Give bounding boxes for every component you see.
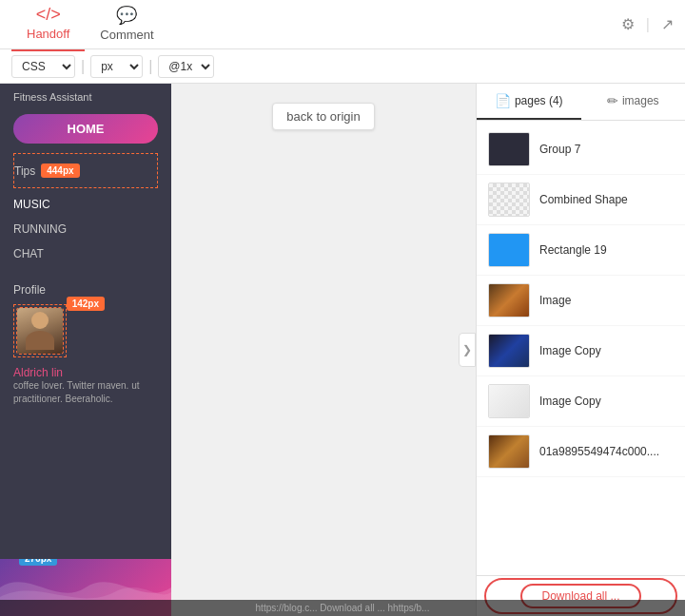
avatar — [16, 307, 64, 355]
page-name: Image Copy — [539, 395, 601, 408]
collapse-button[interactable]: ❯ — [459, 333, 476, 367]
tab-handoff[interactable]: </> Handoff — [11, 0, 85, 51]
zoom-select[interactable]: @1x@2x — [158, 55, 214, 78]
share-button[interactable]: ↗ — [661, 15, 674, 33]
pages-tab-label: pages (4) — [515, 94, 563, 107]
nav-home[interactable]: HOME — [13, 114, 158, 144]
page-thumb — [488, 183, 530, 217]
canvas-title: Fitness Assistant — [13, 91, 158, 103]
page-name: Image Copy — [539, 344, 601, 357]
handoff-label: Handoff — [27, 27, 69, 41]
page-name: 01a9895549474c000.... — [539, 445, 659, 458]
toolbar-right: ⚙ | ↗ — [621, 15, 674, 33]
tab-images[interactable]: ✏ images — [581, 84, 686, 120]
pages-list: Group 7 Combined Shape Rectangle 19 Imag… — [477, 121, 685, 575]
main-toolbar: </> Handoff 💬 Comment ⚙ | ↗ — [0, 0, 685, 49]
nav-item-music[interactable]: MUSIC — [13, 192, 158, 217]
gear-button[interactable]: ⚙ — [621, 15, 635, 33]
profile-bio: coffee lover. Twitter maven. ut practiti… — [13, 379, 158, 406]
nav-tips-label: Tips — [14, 164, 35, 178]
page-name: Combined Shape — [539, 193, 628, 206]
list-item[interactable]: Image Copy — [477, 376, 685, 427]
sep2: | — [148, 58, 152, 75]
tab-comment[interactable]: 💬 Comment — [85, 0, 168, 51]
main-layout: Fitness Assistant HOME Tips 444px MUSIC … — [0, 84, 685, 616]
images-tab-label: images — [622, 94, 659, 107]
avatar-size-badge: 142px — [67, 297, 105, 311]
collapse-icon: ❯ — [462, 343, 472, 356]
comment-icon: 💬 — [116, 5, 137, 26]
nav-item-tips: Tips 444px — [14, 158, 157, 183]
page-thumb — [488, 384, 530, 418]
page-name: Rectangle 19 — [539, 243, 607, 257]
tab-pages[interactable]: 📄 pages (4) — [477, 84, 581, 120]
nav-item-chat[interactable]: CHAT — [13, 241, 158, 266]
comment-label: Comment — [100, 28, 153, 42]
tips-badge: 444px — [41, 164, 79, 178]
right-panel: 📄 pages (4) ✏ images Group 7 Combined Sh… — [476, 84, 685, 616]
person-head — [31, 312, 49, 329]
unit-select[interactable]: pxremem — [90, 55, 143, 78]
list-item[interactable]: Image Copy — [477, 326, 685, 376]
sep1: | — [81, 58, 85, 75]
format-select[interactable]: CSSSCSSLess — [11, 55, 75, 78]
page-thumb — [488, 132, 530, 166]
right-panel-tabs: 📄 pages (4) ✏ images — [477, 84, 685, 121]
subtoolbar: CSSSCSSLess | pxremem | @1x@2x — [0, 49, 685, 84]
page-thumb — [488, 233, 530, 267]
page-thumb — [488, 434, 530, 469]
list-item[interactable]: Combined Shape — [477, 175, 685, 225]
page-thumb — [488, 283, 530, 318]
list-item[interactable]: Group 7 — [477, 125, 685, 175]
canvas-panel: Fitness Assistant HOME Tips 444px MUSIC … — [0, 84, 171, 616]
handoff-icon: </> — [36, 5, 61, 25]
pages-icon: 📄 — [495, 93, 511, 108]
watermark: https://blog.c... Download all ... hhttp… — [0, 600, 685, 616]
center-panel: back to origin ❯ — [171, 84, 476, 616]
images-icon: ✏ — [607, 93, 618, 108]
page-thumb — [488, 334, 530, 368]
list-item[interactable]: Rectangle 19 — [477, 225, 685, 276]
profile-label: Profile — [13, 283, 158, 297]
page-name: Group 7 — [539, 143, 580, 156]
back-to-origin-button[interactable]: back to origin — [272, 103, 374, 130]
page-name: Image — [539, 294, 571, 307]
toolbar-tabs: </> Handoff 💬 Comment — [11, 0, 169, 51]
list-item[interactable]: 01a9895549474c000.... — [477, 427, 685, 477]
list-item[interactable]: Image — [477, 276, 685, 326]
nav-item-running[interactable]: RUNNING — [13, 217, 158, 241]
profile-section: Profile 142px Aldrich lin coffee lover. … — [0, 274, 171, 415]
person-body — [26, 331, 54, 350]
profile-name: Aldrich lin — [13, 366, 158, 379]
